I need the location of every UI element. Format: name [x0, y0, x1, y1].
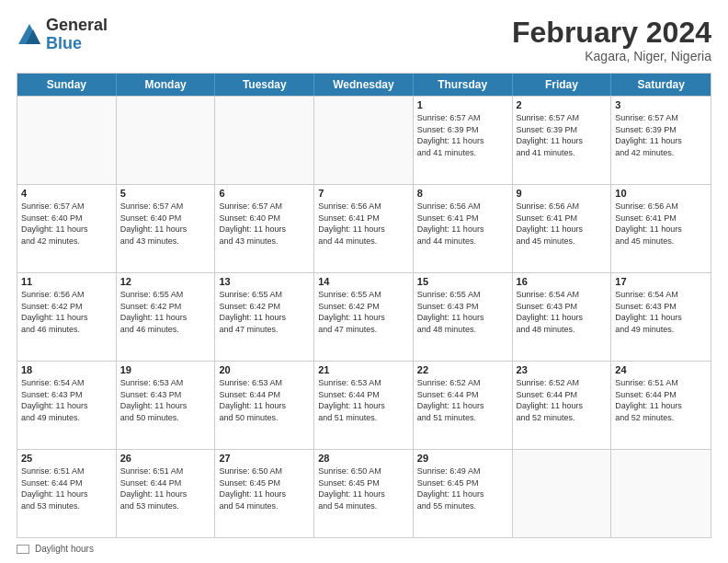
calendar-cell: 20Sunrise: 6:53 AM Sunset: 6:44 PM Dayli… [215, 362, 314, 449]
calendar-cell: 28Sunrise: 6:50 AM Sunset: 6:45 PM Dayli… [314, 450, 414, 537]
location: Kagara, Niger, Nigeria [512, 49, 711, 63]
daylight-box [17, 545, 29, 554]
day-info: Sunrise: 6:51 AM Sunset: 6:44 PM Dayligh… [120, 465, 211, 511]
day-number: 1 [417, 99, 508, 110]
weekday-header: Sunday [17, 74, 117, 96]
calendar-week-row: 18Sunrise: 6:54 AM Sunset: 6:43 PM Dayli… [17, 361, 711, 449]
day-info: Sunrise: 6:53 AM Sunset: 6:43 PM Dayligh… [120, 377, 211, 423]
calendar-cell [17, 97, 117, 184]
day-info: Sunrise: 6:57 AM Sunset: 6:39 PM Dayligh… [517, 112, 608, 158]
calendar-cell: 3Sunrise: 6:57 AM Sunset: 6:39 PM Daylig… [611, 97, 711, 184]
day-number: 3 [615, 99, 707, 110]
calendar-cell: 17Sunrise: 6:54 AM Sunset: 6:43 PM Dayli… [611, 273, 711, 361]
weekday-header: Friday [513, 74, 612, 96]
day-info: Sunrise: 6:52 AM Sunset: 6:44 PM Dayligh… [417, 377, 508, 423]
day-info: Sunrise: 6:51 AM Sunset: 6:44 PM Dayligh… [21, 465, 112, 511]
calendar-cell: 15Sunrise: 6:55 AM Sunset: 6:43 PM Dayli… [414, 273, 513, 361]
calendar-cell: 6Sunrise: 6:57 AM Sunset: 6:40 PM Daylig… [215, 185, 314, 272]
day-number: 18 [21, 364, 112, 375]
day-info: Sunrise: 6:52 AM Sunset: 6:44 PM Dayligh… [517, 377, 608, 423]
day-number: 21 [318, 364, 409, 375]
day-info: Sunrise: 6:54 AM Sunset: 6:43 PM Dayligh… [517, 289, 608, 335]
day-info: Sunrise: 6:57 AM Sunset: 6:40 PM Dayligh… [120, 201, 211, 247]
day-number: 24 [615, 364, 707, 375]
day-number: 28 [318, 453, 409, 464]
calendar-cell [513, 450, 612, 537]
calendar-week-row: 11Sunrise: 6:56 AM Sunset: 6:42 PM Dayli… [17, 272, 711, 361]
day-info: Sunrise: 6:57 AM Sunset: 6:40 PM Dayligh… [219, 201, 310, 247]
day-number: 29 [417, 453, 508, 464]
calendar-cell: 11Sunrise: 6:56 AM Sunset: 6:42 PM Dayli… [17, 273, 117, 361]
calendar: SundayMondayTuesdayWednesdayThursdayFrid… [17, 73, 711, 538]
calendar-week-row: 1Sunrise: 6:57 AM Sunset: 6:39 PM Daylig… [17, 96, 711, 184]
day-info: Sunrise: 6:49 AM Sunset: 6:45 PM Dayligh… [417, 465, 508, 511]
day-info: Sunrise: 6:57 AM Sunset: 6:39 PM Dayligh… [615, 112, 707, 158]
day-number: 10 [615, 188, 707, 199]
day-info: Sunrise: 6:56 AM Sunset: 6:41 PM Dayligh… [517, 201, 608, 247]
weekday-header: Saturday [611, 74, 711, 96]
day-number: 15 [417, 276, 508, 287]
calendar-cell [215, 97, 314, 184]
day-info: Sunrise: 6:56 AM Sunset: 6:41 PM Dayligh… [615, 201, 707, 247]
calendar-week-row: 25Sunrise: 6:51 AM Sunset: 6:44 PM Dayli… [17, 449, 711, 537]
day-number: 14 [318, 276, 409, 287]
calendar-cell [611, 450, 711, 537]
footer: Daylight hours [17, 544, 711, 554]
day-info: Sunrise: 6:55 AM Sunset: 6:43 PM Dayligh… [417, 289, 508, 335]
day-info: Sunrise: 6:56 AM Sunset: 6:41 PM Dayligh… [417, 201, 508, 247]
logo-general: General [46, 17, 108, 35]
day-number: 22 [417, 364, 508, 375]
day-info: Sunrise: 6:55 AM Sunset: 6:42 PM Dayligh… [120, 289, 211, 335]
daylight-label: Daylight hours [35, 544, 94, 554]
calendar-cell: 5Sunrise: 6:57 AM Sunset: 6:40 PM Daylig… [117, 185, 216, 272]
calendar-cell: 12Sunrise: 6:55 AM Sunset: 6:42 PM Dayli… [117, 273, 216, 361]
day-info: Sunrise: 6:50 AM Sunset: 6:45 PM Dayligh… [219, 465, 310, 511]
calendar-cell [117, 97, 216, 184]
calendar-cell [314, 97, 414, 184]
calendar-cell: 14Sunrise: 6:55 AM Sunset: 6:42 PM Dayli… [314, 273, 414, 361]
day-info: Sunrise: 6:55 AM Sunset: 6:42 PM Dayligh… [219, 289, 310, 335]
calendar-cell: 26Sunrise: 6:51 AM Sunset: 6:44 PM Dayli… [117, 450, 216, 537]
day-number: 7 [318, 188, 409, 199]
day-number: 9 [517, 188, 608, 199]
calendar-cell: 1Sunrise: 6:57 AM Sunset: 6:39 PM Daylig… [414, 97, 513, 184]
calendar-cell: 9Sunrise: 6:56 AM Sunset: 6:41 PM Daylig… [513, 185, 612, 272]
day-number: 20 [219, 364, 310, 375]
weekday-header: Wednesday [314, 74, 414, 96]
day-info: Sunrise: 6:50 AM Sunset: 6:45 PM Dayligh… [318, 465, 409, 511]
day-info: Sunrise: 6:54 AM Sunset: 6:43 PM Dayligh… [21, 377, 112, 423]
month-title: February 2024 [512, 17, 711, 49]
weekday-header: Monday [117, 74, 216, 96]
day-number: 11 [21, 276, 112, 287]
calendar-cell: 24Sunrise: 6:51 AM Sunset: 6:44 PM Dayli… [611, 362, 711, 449]
calendar-cell: 13Sunrise: 6:55 AM Sunset: 6:42 PM Dayli… [215, 273, 314, 361]
day-number: 26 [120, 453, 211, 464]
calendar-cell: 29Sunrise: 6:49 AM Sunset: 6:45 PM Dayli… [414, 450, 513, 537]
day-number: 2 [517, 99, 608, 110]
calendar-header: SundayMondayTuesdayWednesdayThursdayFrid… [17, 74, 711, 96]
logo: General Blue [17, 17, 108, 53]
day-info: Sunrise: 6:54 AM Sunset: 6:43 PM Dayligh… [615, 289, 707, 335]
day-number: 6 [219, 188, 310, 199]
day-info: Sunrise: 6:56 AM Sunset: 6:42 PM Dayligh… [21, 289, 112, 335]
header: General Blue February 2024 Kagara, Niger… [17, 17, 711, 63]
calendar-cell: 18Sunrise: 6:54 AM Sunset: 6:43 PM Dayli… [17, 362, 117, 449]
day-number: 27 [219, 453, 310, 464]
calendar-cell: 27Sunrise: 6:50 AM Sunset: 6:45 PM Dayli… [215, 450, 314, 537]
calendar-cell: 8Sunrise: 6:56 AM Sunset: 6:41 PM Daylig… [414, 185, 513, 272]
day-info: Sunrise: 6:56 AM Sunset: 6:41 PM Dayligh… [318, 201, 409, 247]
calendar-body: 1Sunrise: 6:57 AM Sunset: 6:39 PM Daylig… [17, 96, 711, 537]
day-info: Sunrise: 6:55 AM Sunset: 6:42 PM Dayligh… [318, 289, 409, 335]
day-number: 5 [120, 188, 211, 199]
day-info: Sunrise: 6:53 AM Sunset: 6:44 PM Dayligh… [219, 377, 310, 423]
day-number: 19 [120, 364, 211, 375]
day-number: 17 [615, 276, 707, 287]
day-number: 8 [417, 188, 508, 199]
weekday-header: Thursday [414, 74, 513, 96]
day-number: 12 [120, 276, 211, 287]
day-number: 23 [517, 364, 608, 375]
calendar-cell: 16Sunrise: 6:54 AM Sunset: 6:43 PM Dayli… [513, 273, 612, 361]
calendar-cell: 10Sunrise: 6:56 AM Sunset: 6:41 PM Dayli… [611, 185, 711, 272]
logo-icon [17, 22, 42, 48]
logo-text: General Blue [46, 17, 108, 53]
